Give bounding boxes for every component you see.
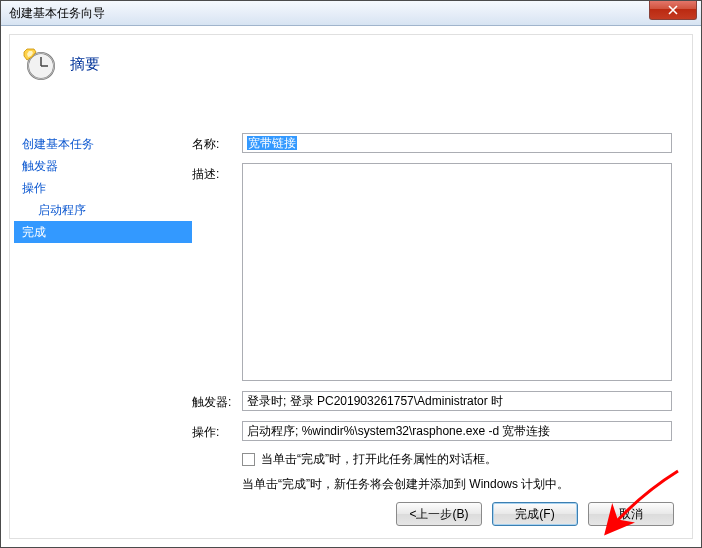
page-title: 摘要 <box>70 55 100 74</box>
cancel-button[interactable]: 取消 <box>588 502 674 526</box>
open-properties-label: 当单击“完成”时，打开此任务属性的对话框。 <box>261 451 497 468</box>
action-label: 操作: <box>192 421 242 441</box>
button-bar: <上一步(B) 完成(F) 取消 <box>396 502 674 526</box>
wizard-steps-sidebar: 创建基本任务 触发器 操作 启动程序 完成 <box>10 133 192 493</box>
close-icon <box>668 5 678 15</box>
form-area: 名称: 宽带链接 描述: 触发器: 登录时; 登录 PC201903261757… <box>192 133 692 493</box>
wizard-header: 摘要 <box>10 35 692 99</box>
back-button[interactable]: <上一步(B) <box>396 502 482 526</box>
open-properties-checkbox[interactable] <box>242 453 255 466</box>
open-properties-checkbox-row[interactable]: 当单击“完成”时，打开此任务属性的对话框。 <box>242 451 672 468</box>
finish-button[interactable]: 完成(F) <box>492 502 578 526</box>
sidebar-item-finish[interactable]: 完成 <box>14 221 192 243</box>
titlebar: 创建基本任务向导 <box>1 1 701 26</box>
finish-info-text: 当单击“完成”时，新任务将会创建并添加到 Windows 计划中。 <box>242 476 672 493</box>
name-label: 名称: <box>192 133 242 153</box>
sidebar-item-start-program[interactable]: 启动程序 <box>14 199 192 221</box>
close-button[interactable] <box>649 0 697 20</box>
sidebar-item-create-task[interactable]: 创建基本任务 <box>14 133 192 155</box>
name-field[interactable]: 宽带链接 <box>242 133 672 153</box>
clock-task-icon <box>22 47 56 81</box>
description-field[interactable] <box>242 163 672 381</box>
sidebar-item-trigger[interactable]: 触发器 <box>14 155 192 177</box>
desc-label: 描述: <box>192 163 242 183</box>
action-field: 启动程序; %windir%\system32\rasphone.exe -d … <box>242 421 672 441</box>
sidebar-item-action[interactable]: 操作 <box>14 177 192 199</box>
content-wrapper: 摘要 创建基本任务 触发器 操作 启动程序 完成 名称: 宽带链接 描述: <box>1 26 701 547</box>
wizard-panel: 摘要 创建基本任务 触发器 操作 启动程序 完成 名称: 宽带链接 描述: <box>9 34 693 539</box>
window-title: 创建基本任务向导 <box>9 5 105 22</box>
trigger-label: 触发器: <box>192 391 242 411</box>
trigger-field: 登录时; 登录 PC201903261757\Administrator 时 <box>242 391 672 411</box>
name-value: 宽带链接 <box>247 136 297 150</box>
